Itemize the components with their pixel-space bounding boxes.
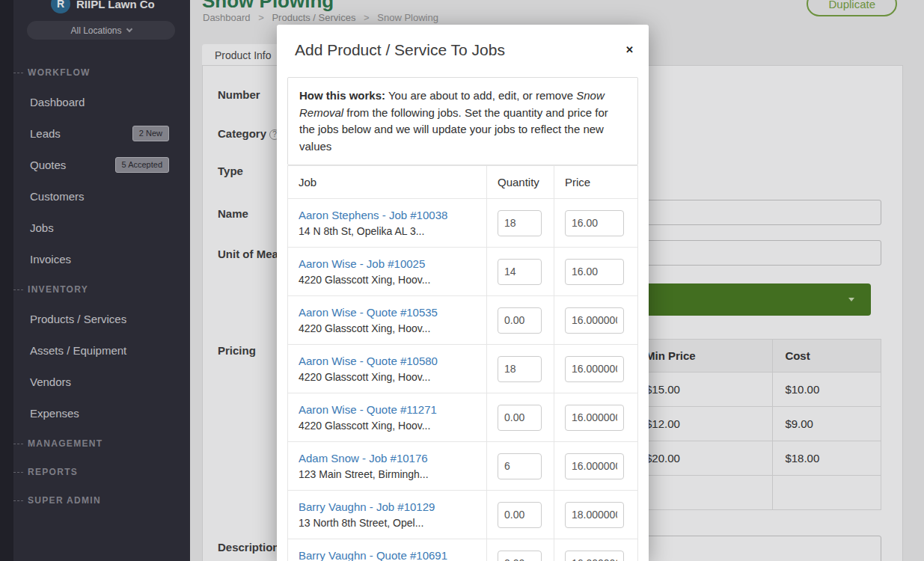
job-row: Aaron Stephens - Job #1003814 N 8th St, … xyxy=(288,199,638,248)
job-link[interactable]: Aaron Wise - Job #10025 xyxy=(299,257,476,270)
quantity-input[interactable] xyxy=(498,453,542,479)
quantity-input[interactable] xyxy=(498,307,542,334)
price-input[interactable] xyxy=(565,453,624,479)
job-link[interactable]: Barry Vaughn - Quote #10691 xyxy=(299,549,476,561)
jobs-table: Job Quantity Price Aaron Stephens - Job … xyxy=(287,165,638,561)
job-link[interactable]: Adam Snow - Job #10176 xyxy=(299,452,476,465)
job-address: 4220 Glasscott Xing, Hoov... xyxy=(299,420,430,432)
job-link[interactable]: Aaron Stephens - Job #10038 xyxy=(299,209,476,221)
price-input[interactable] xyxy=(565,502,624,528)
quantity-column-header: Quantity xyxy=(487,166,554,199)
job-link[interactable]: Aaron Wise - Quote #10535 xyxy=(299,306,476,319)
job-link[interactable]: Aaron Wise - Quote #10580 xyxy=(299,355,476,367)
quantity-input[interactable] xyxy=(498,210,542,236)
quantity-input[interactable] xyxy=(498,405,542,431)
job-address: 4220 Glasscott Xing, Hoov... xyxy=(299,274,430,286)
job-row: Adam Snow - Job #10176123 Main Street, B… xyxy=(288,442,638,491)
price-input[interactable] xyxy=(565,356,624,382)
job-row: Aaron Wise - Quote #105354220 Glasscott … xyxy=(288,296,638,345)
job-column-header: Job xyxy=(288,166,487,199)
job-address: 13 North 8th Street, Opel... xyxy=(299,517,423,529)
job-row: Aaron Wise - Quote #105804220 Glasscott … xyxy=(288,345,638,393)
quantity-input[interactable] xyxy=(498,502,542,528)
price-input[interactable] xyxy=(565,210,624,236)
price-input[interactable] xyxy=(565,551,624,561)
job-row: Barry Vaughn - Job #1012913 North 8th St… xyxy=(288,491,638,539)
job-address: 123 Main Street, Birmingh... xyxy=(299,468,429,480)
price-input[interactable] xyxy=(565,259,624,285)
price-input[interactable] xyxy=(565,307,624,334)
job-row: Barry Vaughn - Quote #1069113 North 8th … xyxy=(288,539,638,561)
job-address: 4220 Glasscott Xing, Hoov... xyxy=(299,371,430,383)
modal-title: Add Product / Service To Jobs xyxy=(295,41,631,59)
job-link[interactable]: Barry Vaughn - Job #10129 xyxy=(299,500,476,513)
job-row: Aaron Wise - Job #100254220 Glasscott Xi… xyxy=(288,248,638,296)
quantity-input[interactable] xyxy=(498,259,542,285)
how-this-works-note: How this works: You are about to add, ed… xyxy=(287,77,638,165)
job-address: 4220 Glasscott Xing, Hoov... xyxy=(299,322,430,334)
quantity-input[interactable] xyxy=(498,356,542,382)
job-address: 14 N 8th St, Opelika AL 3... xyxy=(299,225,424,237)
job-row: Aaron Wise - Quote #112714220 Glasscott … xyxy=(288,393,638,442)
job-link[interactable]: Aaron Wise - Quote #11271 xyxy=(299,403,476,416)
close-icon[interactable]: ✕ xyxy=(625,45,634,55)
price-column-header: Price xyxy=(554,166,638,199)
price-input[interactable] xyxy=(565,405,624,431)
quantity-input[interactable] xyxy=(498,551,542,561)
add-product-to-jobs-modal: Add Product / Service To Jobs ✕ How this… xyxy=(277,25,649,561)
